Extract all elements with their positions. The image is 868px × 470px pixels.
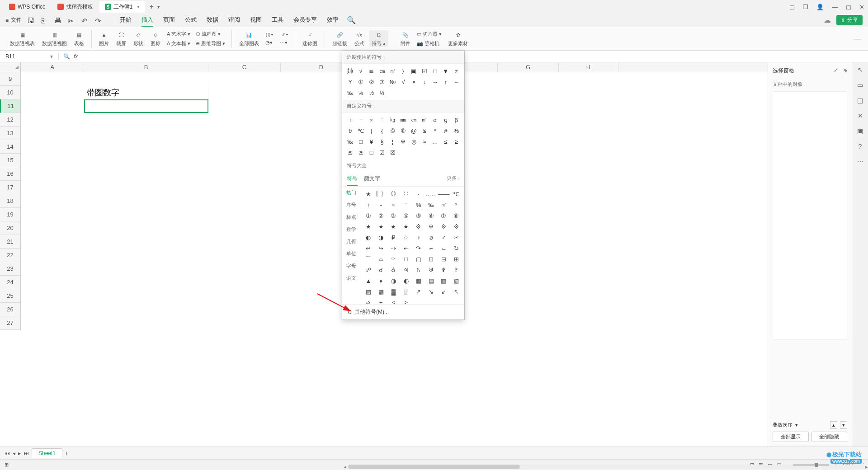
tab-workbook[interactable]: S工作簿1• xyxy=(99,1,145,13)
search-icon[interactable]: 🔍 xyxy=(347,16,356,24)
next-sheet-icon[interactable]: ▸ xyxy=(18,450,21,456)
symbol-item[interactable]: * xyxy=(430,125,440,136)
symbol-item[interactable]: 姉 xyxy=(345,66,355,76)
symbol-item[interactable]: № xyxy=(387,76,398,87)
symbol-item[interactable]: ⌙ xyxy=(438,243,450,254)
hyperlink-button[interactable]: 🔗超链接 xyxy=(330,30,350,47)
symbol-item[interactable]: ⌐ xyxy=(425,243,438,254)
tab-wps[interactable]: WPS Office xyxy=(4,1,51,13)
cut-icon[interactable]: ✂ xyxy=(68,17,75,24)
col-C[interactable]: C xyxy=(208,62,281,72)
symbol-item[interactable]: 《》 xyxy=(387,188,400,199)
symbol-item[interactable]: □ xyxy=(355,136,366,147)
symbol-item[interactable]: ♀ xyxy=(412,232,425,243)
symbol-item[interactable]: ㎡ xyxy=(419,114,429,125)
symbol-item[interactable]: ※ xyxy=(412,221,425,232)
maximize-icon[interactable]: ▢ xyxy=(846,4,851,10)
cat-item[interactable]: 热门 xyxy=(342,187,360,199)
symbol-item[interactable]: ≈ xyxy=(419,136,429,147)
symbol-item[interactable]: ② xyxy=(375,210,387,221)
symbol-item[interactable]: ♆ xyxy=(438,264,450,275)
symbol-item[interactable]: ㎡ xyxy=(387,66,398,76)
linechart-icon[interactable]: ⫽▾ xyxy=(279,31,290,38)
symbol-item[interactable]: ↷ xyxy=(412,243,425,254)
tab-add-icon[interactable]: + xyxy=(149,3,153,11)
symbol-item[interactable]: ➩ xyxy=(362,297,375,304)
row-23[interactable]: 23 xyxy=(0,262,20,276)
more-link[interactable]: 更多 › xyxy=(447,175,460,186)
moreelements-button[interactable]: ✿更多素材 xyxy=(445,30,471,47)
row-21[interactable]: 21 xyxy=(0,235,20,249)
tab-vip[interactable]: 会员专享 xyxy=(293,14,317,27)
symbol-item[interactable]: ✂ xyxy=(450,232,462,243)
row-19[interactable]: 19 xyxy=(0,208,20,221)
symbol-item[interactable]: ▢ xyxy=(412,254,425,264)
symbol-item[interactable]: ↻ xyxy=(450,243,462,254)
symbol-item[interactable]: × xyxy=(387,199,400,210)
first-sheet-icon[interactable]: ⏮ xyxy=(5,450,10,456)
symbol-item[interactable]: ① xyxy=(355,76,366,87)
symbol-item[interactable]: ⑥ xyxy=(425,210,438,221)
symbol-item[interactable]: ¾ xyxy=(355,87,366,98)
symbol-item[interactable]: ¼ xyxy=(377,87,387,98)
symbol-item[interactable]: ☑ xyxy=(377,147,387,158)
shapes-button[interactable]: ◇形状 xyxy=(131,30,146,47)
symbol-item[interactable]: ☌ xyxy=(375,264,387,275)
screenshot-button[interactable]: ⛶截屏 xyxy=(113,30,129,47)
symbol-item[interactable]: ⊡ xyxy=(425,254,438,264)
symbol-item[interactable]: √ xyxy=(398,76,408,87)
symbol-item[interactable]: ㎝ xyxy=(377,66,387,76)
move-up-icon[interactable]: ▴ xyxy=(830,421,837,429)
symbol-item[interactable]: θ xyxy=(345,125,355,136)
symbol-item[interactable]: ▨ xyxy=(362,286,375,297)
symbol-item[interactable]: ≤ xyxy=(440,136,451,147)
symbol-item[interactable]: ¦ xyxy=(387,136,398,147)
symbol-item[interactable]: ☒ xyxy=(387,147,398,158)
symbol-item[interactable]: + xyxy=(345,114,355,125)
col-A[interactable]: A xyxy=(21,62,84,72)
tab-efficiency[interactable]: 效率 xyxy=(327,14,339,27)
printpreview-icon[interactable]: 🖶 xyxy=(54,17,61,24)
symbol-button[interactable]: Ω符号 ▴ xyxy=(369,30,388,47)
select-all-corner[interactable] xyxy=(0,62,21,72)
row-26[interactable]: 26 xyxy=(0,303,20,316)
row-15[interactable]: 15 xyxy=(0,154,20,167)
row-13[interactable]: 13 xyxy=(0,127,20,140)
tab-page[interactable]: 页面 xyxy=(163,14,175,27)
symbol-item[interactable]: —— xyxy=(438,188,450,199)
h-scrollbar[interactable]: ◂▸ xyxy=(344,464,868,470)
symbol-item[interactable]: { xyxy=(377,125,387,136)
symbol-item[interactable]: … xyxy=(430,136,440,147)
row-22[interactable]: 22 xyxy=(0,249,20,262)
symbol-item[interactable]: ♁ xyxy=(387,264,400,275)
symbol-item[interactable]: ㎏ xyxy=(387,114,398,125)
symbol-item[interactable]: ♇ xyxy=(450,264,462,275)
symbol-item[interactable]: ㎝ xyxy=(409,114,419,125)
symbol-item[interactable]: ‰ xyxy=(425,199,438,210)
symbol-item[interactable]: © xyxy=(387,125,398,136)
symbol-item[interactable]: ★ xyxy=(362,188,375,199)
symbol-item[interactable]: ≥ xyxy=(400,297,412,304)
symbol-item[interactable]: ÷ xyxy=(375,297,387,304)
fx-icon[interactable]: fx xyxy=(74,53,78,60)
sparkline-button[interactable]: ⫽迷你图 xyxy=(300,30,320,47)
tool2-icon[interactable]: ▭ xyxy=(857,81,863,89)
symbol-item[interactable]: ⟩ xyxy=(398,66,408,76)
symbol-item[interactable]: ⑧ xyxy=(450,210,462,221)
symbol-item[interactable]: ÷ xyxy=(377,114,387,125)
symbol-item[interactable]: ④ xyxy=(400,210,412,221)
symbol-item[interactable]: ⌔ xyxy=(387,254,400,264)
symbol-item[interactable]: ≥ xyxy=(451,136,462,147)
col-B[interactable]: B xyxy=(84,62,208,72)
status-icon[interactable]: ⊞ xyxy=(5,462,9,468)
symbol-item[interactable]: √ xyxy=(355,66,366,76)
symbol-item[interactable]: ♅ xyxy=(425,264,438,275)
symbol-item[interactable]: ≌ xyxy=(366,66,377,76)
symbol-item[interactable]: ▼ xyxy=(440,66,451,76)
row-12[interactable]: 12 xyxy=(0,113,20,127)
row-25[interactable]: 25 xyxy=(0,289,20,303)
avatar-icon[interactable]: 👤 xyxy=(816,4,824,10)
tab-review[interactable]: 审阅 xyxy=(228,14,240,27)
arttext-button[interactable]: A艺术字▾ xyxy=(165,30,192,38)
symbol-item[interactable]: ↩ xyxy=(362,243,375,254)
